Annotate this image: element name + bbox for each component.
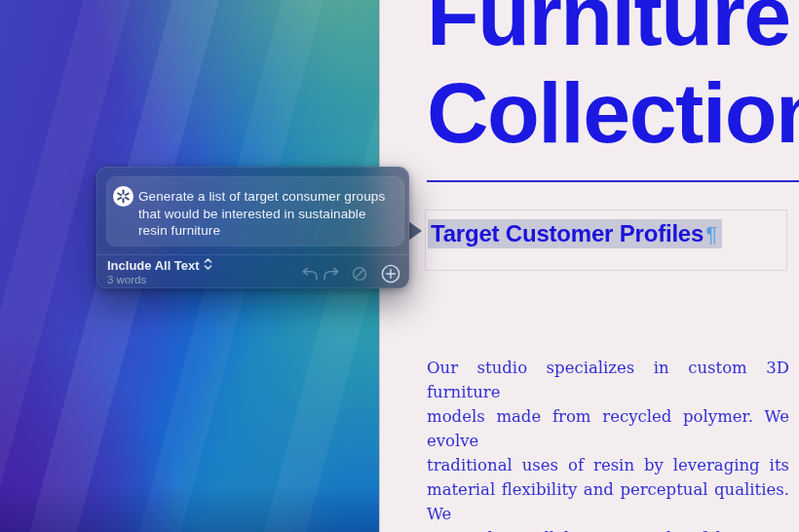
- body-line: currently collaborate with fabrication p…: [427, 526, 789, 532]
- plus-circle-icon: [381, 270, 400, 286]
- body-line: traditional uses of resin by leveraging …: [427, 453, 789, 477]
- selected-heading-text: Target Customer Profiles¶: [428, 219, 722, 248]
- body-paragraph[interactable]: Our studio specializes in custom 3D furn…: [427, 356, 789, 532]
- undo-button[interactable]: [301, 267, 319, 285]
- prompt-line: Generate a list of target consumer group…: [138, 188, 397, 206]
- prompt-line: that would be interested in sustainable: [138, 206, 397, 223]
- body-line: Our studio specializes in custom 3D furn…: [427, 356, 789, 404]
- scope-selector-label: Include All Text: [107, 258, 200, 273]
- pilcrow-mark: ¶: [705, 222, 717, 247]
- prompt-line: resin furniture: [138, 222, 397, 240]
- heading-text-frame[interactable]: Target Customer Profiles¶: [425, 209, 787, 271]
- redo-icon: [323, 267, 340, 284]
- heading-text: Target Customer Profiles: [431, 220, 704, 247]
- redo-button[interactable]: [323, 267, 340, 285]
- retry-slash-circle-icon: [352, 268, 367, 285]
- document-title[interactable]: Furniture Collection: [427, 0, 799, 162]
- screenshot-stage: Furniture Collection Target Customer Pro…: [0, 0, 799, 532]
- body-line: material flexibility and perceptual qual…: [427, 477, 789, 526]
- prompt-bubble: Generate a list of target consumer group…: [106, 176, 404, 247]
- body-line: models made from recycled polymer. We ev…: [427, 404, 789, 453]
- title-line-1: Furniture: [427, 0, 799, 64]
- popup-separator: [96, 254, 409, 255]
- document-page: Furniture Collection Target Customer Pro…: [379, 0, 799, 532]
- scope-selector-dropdown[interactable]: Include All Text: [107, 258, 212, 273]
- undo-icon: [301, 267, 319, 284]
- updown-chevrons-icon: [204, 258, 212, 273]
- heading-line: Target Customer Profiles¶: [428, 219, 722, 248]
- openai-logo-icon: [113, 186, 133, 207]
- word-count-label: 3 words: [107, 274, 146, 285]
- add-button[interactable]: [381, 264, 400, 287]
- title-line-2: Collection: [427, 64, 799, 162]
- retry-button[interactable]: [352, 266, 367, 285]
- ai-assistant-popup: Generate a list of target consumer group…: [96, 167, 409, 288]
- title-divider-rule: [427, 180, 799, 182]
- prompt-text: Generate a list of target consumer group…: [138, 188, 397, 240]
